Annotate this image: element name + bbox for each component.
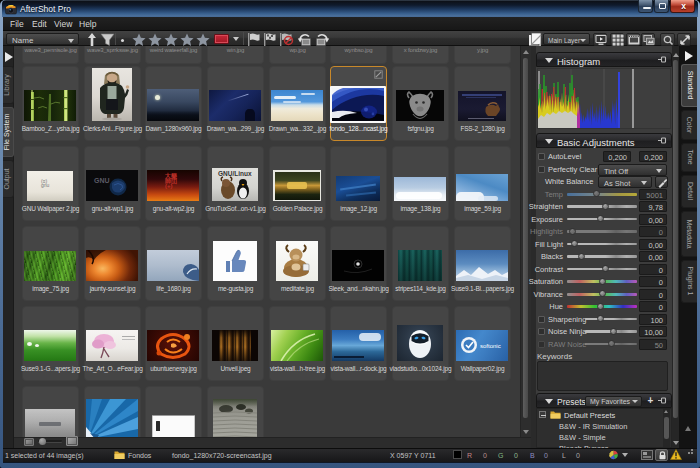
svg-text:softonic: softonic xyxy=(480,343,501,349)
